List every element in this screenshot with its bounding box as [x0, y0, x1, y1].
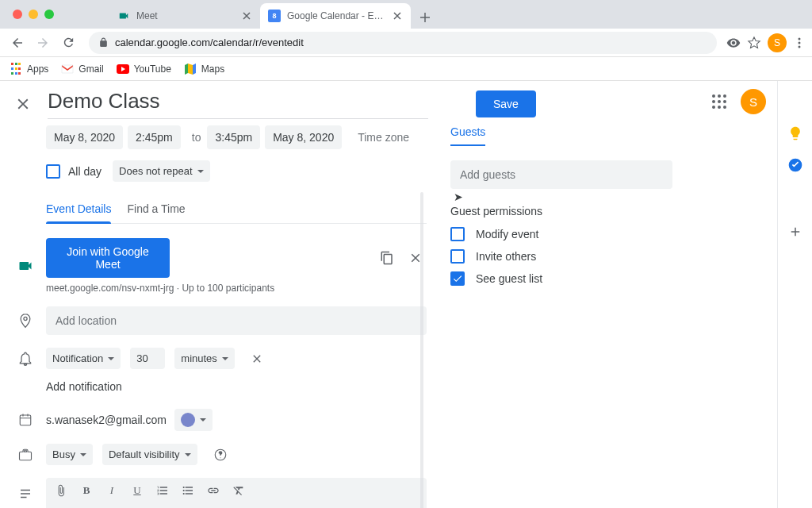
repeat-dropdown[interactable]: Does not repeat — [113, 160, 210, 182]
close-tab-icon[interactable] — [241, 10, 252, 21]
save-button[interactable]: Save — [476, 90, 536, 117]
time-to-label: to — [192, 131, 201, 144]
forward-button[interactable] — [32, 32, 54, 54]
notification-value-input[interactable]: 30 — [130, 348, 165, 369]
ordered-list-icon[interactable] — [155, 484, 170, 497]
tab-title: Google Calendar - Event detail — [287, 10, 385, 21]
youtube-icon — [117, 63, 129, 75]
underline-icon[interactable]: U — [130, 484, 144, 497]
all-day-checkbox[interactable] — [46, 164, 60, 179]
tab-event-details[interactable]: Event Details — [46, 202, 111, 223]
cursor: ➤ — [454, 190, 463, 203]
visibility-dropdown[interactable]: Default visibility — [102, 444, 197, 465]
meet-icon — [117, 10, 130, 22]
description-lines-icon — [16, 484, 35, 503]
modify-event-checkbox[interactable] — [450, 227, 465, 241]
link-icon[interactable] — [206, 484, 220, 497]
all-day-label: All day — [68, 165, 102, 178]
remove-notification-icon[interactable] — [251, 352, 263, 365]
copy-link-icon[interactable] — [376, 251, 398, 265]
lock-icon — [98, 37, 109, 48]
start-date-picker[interactable]: May 8, 2020 — [46, 125, 123, 149]
join-meet-button[interactable]: Join with Google Meet — [46, 238, 170, 278]
notification-type-dropdown[interactable]: Notification — [46, 348, 121, 369]
menu-icon[interactable] — [793, 37, 806, 49]
start-time-picker[interactable]: 2:45pm — [128, 125, 181, 149]
attach-icon[interactable] — [54, 484, 68, 497]
calendar-email: s.wanasek2@gmail.com — [46, 414, 167, 426]
notification-unit-dropdown[interactable]: minutes — [174, 348, 235, 369]
minimize-window[interactable] — [29, 10, 38, 19]
url-text: calendar.google.com/calendar/r/eventedit — [115, 37, 304, 48]
add-guests-input[interactable]: Add guests — [450, 160, 672, 189]
close-tab-icon[interactable] — [392, 10, 403, 21]
busy-dropdown[interactable]: Busy — [46, 444, 93, 465]
clear-format-icon[interactable] — [232, 484, 246, 497]
window-controls[interactable] — [6, 10, 54, 19]
svg-point-1 — [799, 41, 801, 44]
back-button[interactable] — [6, 32, 29, 54]
meet-icon — [16, 256, 35, 275]
location-input[interactable]: Add location — [46, 306, 427, 335]
calendar-color-dropdown[interactable] — [174, 409, 213, 431]
end-date-picker[interactable]: May 8, 2020 — [265, 125, 342, 149]
bookmark-gmail[interactable]: Gmail — [61, 63, 103, 75]
star-icon[interactable] — [747, 36, 761, 50]
description-input[interactable]: Add description — [46, 503, 427, 508]
tab-guests[interactable]: Guests — [450, 125, 485, 146]
calendar-icon: 8 — [268, 10, 281, 22]
svg-rect-4 — [20, 415, 31, 425]
browser-tab-calendar[interactable]: 8 Google Calendar - Event detail — [260, 3, 411, 29]
location-icon — [16, 311, 35, 330]
eye-icon[interactable] — [726, 36, 741, 50]
bold-icon[interactable]: B — [79, 484, 94, 497]
color-swatch — [181, 413, 195, 427]
guest-permissions-label: Guest permissions — [450, 205, 672, 217]
scrollbar[interactable] — [420, 192, 423, 508]
perm-see-label: See guest list — [476, 272, 542, 285]
calendar-square-icon — [16, 410, 35, 429]
end-time-picker[interactable]: 3:45pm — [207, 125, 260, 149]
profile-avatar[interactable]: S — [768, 33, 787, 52]
reload-button[interactable] — [57, 32, 79, 54]
help-icon[interactable] — [213, 448, 228, 462]
gmail-icon — [61, 63, 74, 75]
see-guest-list-checkbox[interactable] — [450, 271, 465, 286]
unordered-list-icon[interactable] — [181, 484, 195, 497]
meet-details: meet.google.com/nsv-nxmt-jrg · Up to 100… — [46, 283, 427, 294]
bell-icon — [16, 349, 35, 368]
perm-invite-label: Invite others — [476, 250, 536, 263]
tab-title: Meet — [136, 10, 235, 21]
invite-others-checkbox[interactable] — [450, 249, 465, 264]
tab-find-a-time[interactable]: Find a Time — [127, 202, 185, 223]
svg-point-2 — [799, 45, 801, 48]
close-event-button[interactable] — [14, 95, 32, 113]
bookmark-youtube[interactable]: YouTube — [117, 63, 171, 75]
browser-tab-meet[interactable]: Meet — [109, 3, 260, 29]
event-title-input[interactable]: Demo Class — [48, 89, 428, 119]
add-addon-icon[interactable] — [787, 224, 803, 240]
add-notification-link[interactable]: Add notification — [46, 380, 427, 393]
tasks-icon[interactable] — [787, 157, 803, 173]
bookmark-apps[interactable]: Apps — [10, 63, 48, 75]
account-avatar[interactable]: S — [741, 89, 766, 114]
address-bar[interactable]: calendar.google.com/calendar/r/eventedit — [89, 32, 717, 54]
italic-icon[interactable]: I — [105, 484, 119, 497]
perm-modify-label: Modify event — [476, 228, 538, 241]
timezone-link[interactable]: Time zone — [358, 131, 409, 144]
new-tab-button[interactable] — [414, 6, 436, 29]
close-window[interactable] — [13, 10, 22, 19]
keep-icon[interactable] — [787, 125, 803, 141]
bookmark-maps[interactable]: Maps — [184, 63, 224, 75]
briefcase-icon — [16, 445, 35, 464]
google-apps-icon[interactable] — [712, 94, 726, 109]
maps-icon — [184, 63, 197, 75]
apps-icon — [10, 63, 22, 75]
svg-point-0 — [799, 37, 801, 40]
maximize-window[interactable] — [44, 10, 54, 19]
